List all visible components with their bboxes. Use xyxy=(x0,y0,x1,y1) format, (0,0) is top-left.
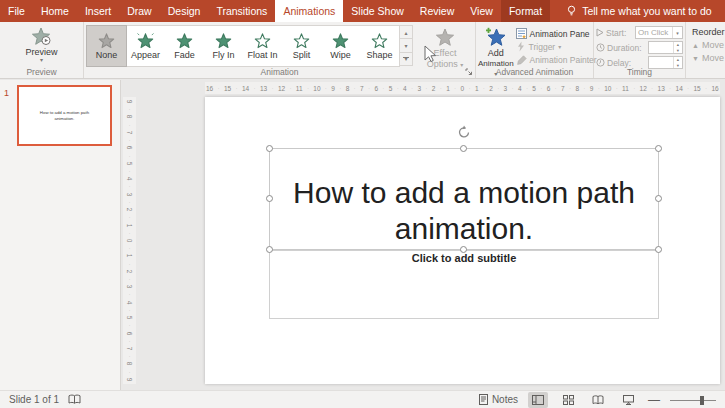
trigger-lightning-icon xyxy=(516,41,526,52)
move-later-button[interactable]: ▼ Move Later xyxy=(692,53,725,63)
animation-star-icon xyxy=(176,33,193,49)
animation-star-icon xyxy=(254,33,271,49)
view-slide-sorter-button[interactable] xyxy=(558,392,578,408)
animation-star-icon xyxy=(215,33,232,49)
slide-thumbnail-1[interactable]: How to add a motion path animation. xyxy=(17,85,112,146)
vertical-ruler: 9·8·7·6·5·4·3·2·1·0·1·2·3·4·5·6·7·8·9 xyxy=(123,97,136,384)
slide-title-text: How to add a motion path animation. xyxy=(270,175,658,247)
trigger-button[interactable]: Trigger ▾ xyxy=(516,41,597,52)
zoom-slider-handle[interactable] xyxy=(700,396,704,405)
title-placeholder[interactable]: How to add a motion path animation. xyxy=(269,148,659,250)
animation-float-in[interactable]: Float In xyxy=(243,26,282,66)
rotation-handle-icon[interactable] xyxy=(457,125,471,139)
reorder-animation-label: Reorder Animation xyxy=(692,27,725,37)
selection-handle-bottom-middle[interactable] xyxy=(460,246,467,253)
add-animation-button[interactable]: Add Animation ▾ xyxy=(478,24,514,66)
duration-label: Duration: xyxy=(607,43,642,53)
tab-file[interactable]: File xyxy=(0,0,33,22)
start-combobox[interactable]: On Click ▾ xyxy=(635,26,683,39)
tab-review[interactable]: Review xyxy=(412,0,462,22)
trigger-label: Trigger xyxy=(529,42,556,52)
animation-pane-label: Animation Pane xyxy=(530,29,590,39)
view-normal-icon xyxy=(532,395,544,405)
tab-draw[interactable]: Draw xyxy=(119,0,160,22)
selection-handle-middle-left[interactable] xyxy=(266,195,273,202)
animation-split[interactable]: Split xyxy=(282,26,321,66)
start-dropdown-arrow[interactable]: ▾ xyxy=(672,27,682,38)
gallery-scroll-down-button[interactable]: ▾ xyxy=(400,39,412,52)
view-reading-button[interactable] xyxy=(588,392,608,408)
thumbnail-title-text: How to add a motion path animation. xyxy=(32,110,98,121)
zoom-out-button[interactable]: — xyxy=(648,395,660,405)
tell-me-label: Tell me what you want to do xyxy=(582,5,712,17)
tab-format[interactable]: Format xyxy=(501,0,550,22)
cursor-arrow-icon xyxy=(424,45,437,63)
preview-star-icon xyxy=(31,27,51,46)
preview-button[interactable]: Preview ▾ xyxy=(25,24,57,66)
duration-spinner[interactable]: ▴▾ xyxy=(673,42,682,53)
selection-handle-top-right[interactable] xyxy=(655,145,662,152)
selection-handle-middle-right[interactable] xyxy=(655,195,662,202)
group-advanced-animation: Add Animation ▾ Animation Pane Trigger ▾ xyxy=(476,22,594,78)
group-reorder: Reorder Animation ▲ Move Earlier ▼ Move … xyxy=(686,22,725,78)
tab-view[interactable]: View xyxy=(462,0,501,22)
lightbulb-icon xyxy=(566,5,577,17)
tell-me-box[interactable]: Tell me what you want to do xyxy=(566,0,712,22)
tab-design[interactable]: Design xyxy=(160,0,209,22)
start-value: On Click xyxy=(636,27,672,38)
workspace: 1 How to add a motion path animation. 16… xyxy=(0,80,725,390)
horizontal-ruler: 16·15·14·13·12·11·10·9·8·7·6·5·4·3·2·1·0… xyxy=(205,82,720,94)
view-normal-button[interactable] xyxy=(528,392,548,408)
group-animation: NoneAppearFadeFly InFloat InSplitWipeSha… xyxy=(84,22,476,78)
subtitle-placeholder-text: Click to add subtitle xyxy=(270,252,658,264)
view-slide-sorter-icon xyxy=(563,395,574,405)
start-label: Start: xyxy=(606,28,626,38)
animation-star-icon xyxy=(371,33,388,49)
view-reading-icon xyxy=(592,395,604,405)
delay-clock-icon xyxy=(596,58,605,67)
tab-transitions[interactable]: Transitions xyxy=(208,0,275,22)
ribbon-tab-bar: FileHomeInsertDrawDesignTransitionsAnima… xyxy=(0,0,725,22)
move-earlier-button[interactable]: ▲ Move Earlier xyxy=(692,40,725,50)
animation-star-icon xyxy=(98,33,115,49)
gallery-scrollbar: ▴ ▾ ▾ xyxy=(400,25,413,66)
thumbnail-slide-number: 1 xyxy=(4,88,9,98)
timing-group-label: Timing xyxy=(594,67,685,77)
animation-none[interactable]: None xyxy=(87,26,126,66)
ribbon-tabs: FileHomeInsertDrawDesignTransitionsAnima… xyxy=(0,0,550,22)
animation-painter-brush-icon xyxy=(516,55,527,66)
animation-dialog-launcher[interactable] xyxy=(465,68,473,76)
selection-handle-bottom-left[interactable] xyxy=(266,246,273,253)
animation-star-icon xyxy=(293,33,310,49)
preview-group-label: Preview xyxy=(0,67,83,77)
add-animation-label-1: Add xyxy=(488,48,504,58)
animation-fade[interactable]: Fade xyxy=(165,26,204,66)
animation-shape[interactable]: Shape xyxy=(360,26,399,66)
animation-pane-button[interactable]: Animation Pane xyxy=(516,28,597,39)
subtitle-placeholder[interactable]: Click to add subtitle xyxy=(269,250,659,319)
tab-animations[interactable]: Animations xyxy=(275,0,343,22)
tab-insert[interactable]: Insert xyxy=(77,0,119,22)
selection-handle-top-middle[interactable] xyxy=(460,145,467,152)
tab-slide-show[interactable]: Slide Show xyxy=(343,0,412,22)
proofing-book-icon[interactable] xyxy=(68,394,81,405)
add-animation-star-icon xyxy=(485,27,507,47)
gallery-scroll-up-button[interactable]: ▴ xyxy=(400,26,412,39)
notes-button[interactable]: Notes xyxy=(479,394,518,405)
slide-counter: Slide 1 of 1 xyxy=(9,394,59,405)
tab-home[interactable]: Home xyxy=(33,0,77,22)
selection-handle-bottom-right[interactable] xyxy=(655,246,662,253)
gallery-more-button[interactable]: ▾ xyxy=(400,53,412,65)
status-bar: Slide 1 of 1 Notes xyxy=(0,390,725,408)
move-later-arrow-icon: ▼ xyxy=(692,55,699,62)
animation-fly-in[interactable]: Fly In xyxy=(204,26,243,66)
selection-handle-top-left[interactable] xyxy=(266,145,273,152)
animation-painter-button[interactable]: Animation Painter xyxy=(516,55,597,66)
animation-star-icon xyxy=(137,33,154,49)
duration-spinbox[interactable]: ▴▾ xyxy=(648,41,683,54)
zoom-slider[interactable] xyxy=(670,392,716,408)
view-slideshow-button[interactable] xyxy=(618,392,638,408)
animation-wipe[interactable]: Wipe xyxy=(321,26,360,66)
slide-canvas[interactable]: How to add a motion path animation. Clic… xyxy=(205,97,720,384)
animation-appear[interactable]: Appear xyxy=(126,26,165,66)
